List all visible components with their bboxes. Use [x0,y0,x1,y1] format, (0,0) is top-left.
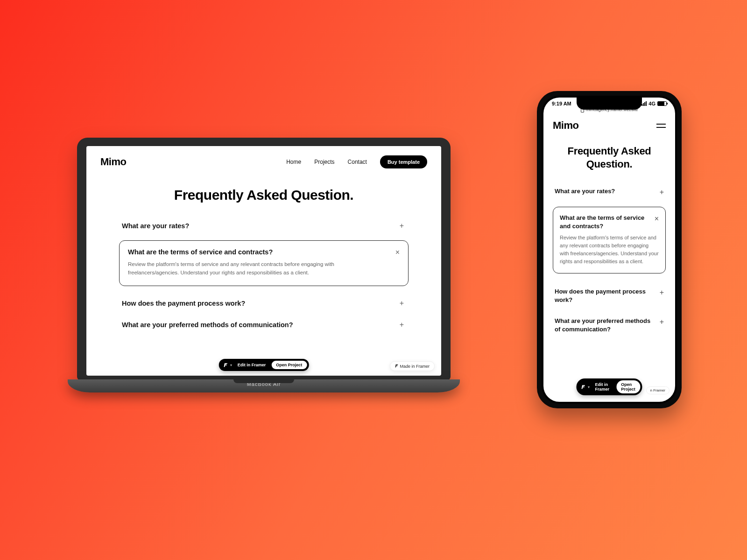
faq-question: What are the terms of service and contra… [128,248,273,256]
logo[interactable]: Mimo [553,119,578,132]
phone-notch [577,98,642,110]
laptop-screen-frame: Mimo Home Projects Contact Buy template … [77,138,451,380]
phone-frame: 9:19 AM 4G mimoagency.framer.website Mim… [542,96,677,404]
faq-question: How does the payment process work? [122,300,245,307]
faq-question: What are your rates? [122,222,189,230]
nav-contact[interactable]: Contact [348,159,367,165]
edit-in-framer-button[interactable]: Edit in Framer [238,363,266,367]
page-title: Frequently Asked Question. [543,145,675,170]
plus-icon: + [400,222,404,230]
framer-icon: 𝙁 [395,364,397,369]
open-project-button[interactable]: Open Project [616,380,640,393]
mobile-header: Mimo [543,112,675,134]
phone-device: 9:19 AM 4G mimoagency.framer.website Mim… [537,91,682,408]
faq-question: What are your preferred methods of commu… [122,321,293,329]
faq-item[interactable]: What are your preferred methods of commu… [119,314,409,336]
phone-screen: 9:19 AM 4G mimoagency.framer.website Mim… [543,98,675,402]
faq-item[interactable]: How does the payment process work? + [553,281,666,310]
plus-icon: + [400,299,404,308]
faq-item[interactable]: What are your preferred methods of commu… [553,310,666,340]
faq-question: What are your preferred methods of commu… [555,317,654,333]
chevron-down-icon[interactable]: ▾ [588,385,590,389]
badge-label: Made in Framer [400,364,430,369]
faq-answer: Review the platform's terms of service a… [128,260,378,277]
status-time: 9:19 AM [552,101,571,106]
logo[interactable]: Mimo [100,156,126,168]
plus-icon: + [660,288,664,297]
made-in-framer-badge[interactable]: n Framer [646,386,669,394]
faq-answer: Review the platform's terms of service a… [560,234,659,266]
desktop-nav: Home Projects Contact Buy template [286,155,427,168]
laptop-screen: Mimo Home Projects Contact Buy template … [86,146,441,376]
open-project-button[interactable]: Open Project [271,361,307,369]
plus-icon: + [660,188,664,196]
faq-item[interactable]: What are your rates? + [553,181,666,203]
faq-list: What are your rates? + What are the term… [86,215,441,336]
laptop-device: Mimo Home Projects Contact Buy template … [68,138,460,392]
edit-in-framer-button[interactable]: Edit in Framer [595,382,611,392]
faq-question: What are the terms of service and contra… [560,214,650,230]
framer-icon: 𝙁 [224,362,226,368]
close-icon[interactable]: × [655,215,659,223]
laptop-base: MacBook Air [68,379,460,392]
network-label: 4G [648,101,655,106]
close-icon[interactable]: × [395,248,400,257]
faq-item-expanded[interactable]: What are the terms of service and contra… [119,240,409,286]
nav-home[interactable]: Home [286,159,301,165]
laptop-hinge-notch [233,379,294,383]
faq-question: What are your rates? [555,187,615,196]
hamburger-menu-icon[interactable] [656,124,666,128]
desktop-header: Mimo Home Projects Contact Buy template [86,146,441,173]
framer-toolbar[interactable]: 𝙁 ▾ Edit in Framer Open Project [219,359,309,371]
signal-icon [641,101,647,106]
faq-question: How does the payment process work? [555,287,654,304]
buy-template-button[interactable]: Buy template [380,155,427,168]
faq-list: What are your rates? + What are the term… [543,181,675,340]
stage: Mimo Home Projects Contact Buy template … [0,0,747,560]
battery-icon [657,101,667,106]
framer-icon: 𝙁 [581,384,584,390]
nav-projects[interactable]: Projects [314,159,334,165]
faq-item[interactable]: How does the payment process work? + [119,293,409,314]
page-title: Frequently Asked Question. [86,187,441,203]
made-in-framer-badge[interactable]: 𝙁 Made in Framer [390,361,435,371]
faq-item[interactable]: What are your rates? + [119,215,409,237]
plus-icon: + [660,318,664,326]
plus-icon: + [400,321,404,329]
chevron-down-icon[interactable]: ▾ [230,363,232,367]
framer-toolbar[interactable]: 𝙁 ▾ Edit in Framer Open Project [577,378,642,395]
faq-item-expanded[interactable]: What are the terms of service and contra… [553,207,666,273]
